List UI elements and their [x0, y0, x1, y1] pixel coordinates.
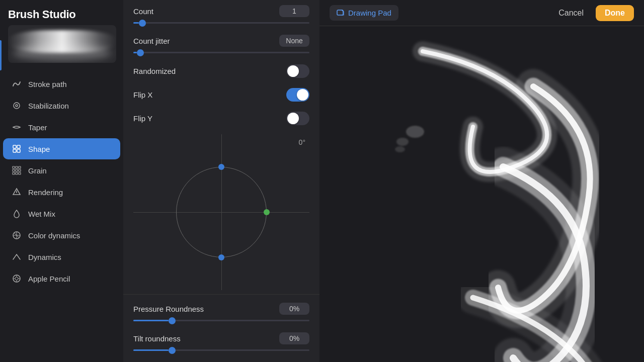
stroke-path-icon — [11, 78, 22, 89]
svg-rect-5 — [17, 149, 20, 152]
pressure-roundness-slider-fill — [133, 320, 169, 321]
svg-rect-2 — [13, 145, 16, 148]
roundness-visualizer: 0° — [133, 134, 309, 290]
brush-preview — [8, 25, 116, 63]
count-jitter-row: Count jitter None — [123, 30, 319, 52]
drawing-canvas[interactable] — [319, 26, 644, 362]
settings-panel: Count 1 Count jitter None Randomized Fli… — [123, 0, 319, 362]
tilt-roundness-label: Tilt roundness — [133, 334, 181, 343]
svg-rect-3 — [17, 145, 20, 148]
svg-rect-6 — [13, 166, 15, 168]
pressure-roundness-slider-track[interactable] — [133, 320, 309, 321]
flip-x-toggle-knob — [297, 89, 308, 101]
sidebar-item-stabilization[interactable]: Stabilization — [3, 95, 120, 116]
sidebar-item-label-stroke-path: Stroke path — [28, 80, 67, 88]
drawing-pad-button[interactable]: Drawing Pad — [330, 5, 398, 21]
color-dynamics-icon — [11, 230, 22, 241]
randomized-toggle-knob — [287, 65, 299, 77]
cancel-button[interactable]: Cancel — [551, 5, 591, 21]
sidebar-header: Brush Studio — [0, 0, 123, 73]
sidebar-item-wet-mix[interactable]: Wet Mix — [3, 203, 120, 224]
sidebar-item-stroke-path[interactable]: Stroke path — [3, 73, 120, 95]
done-button[interactable]: Done — [596, 5, 634, 21]
svg-rect-8 — [19, 166, 21, 168]
flip-y-toggle[interactable] — [286, 112, 309, 125]
flip-y-toggle-knob — [287, 113, 299, 124]
sidebar-item-grain[interactable]: Grain — [3, 160, 120, 181]
pressure-roundness-label: Pressure Roundness — [133, 305, 204, 313]
sidebar-item-label-apple-pencil: Apple Pencil — [28, 275, 70, 283]
viz-right-handle[interactable] — [264, 209, 270, 215]
flip-y-label: Flip Y — [133, 114, 152, 123]
sidebar-item-dynamics[interactable]: Dynamics — [3, 246, 120, 267]
flip-y-row: Flip Y — [123, 107, 319, 130]
count-row: Count 1 — [123, 0, 319, 22]
rendering-icon — [11, 187, 22, 198]
pressure-roundness-slider-row[interactable] — [123, 320, 319, 327]
pressure-roundness-slider-thumb[interactable] — [169, 317, 176, 324]
shape-icon — [11, 143, 22, 154]
sidebar-nav: Stroke path Stabilization Taper — [0, 73, 123, 362]
svg-point-22 — [396, 138, 409, 146]
sidebar-item-shape[interactable]: Shape — [3, 138, 120, 159]
drawing-pad-icon — [337, 9, 345, 17]
tilt-roundness-slider-fill — [133, 349, 169, 351]
count-jitter-slider-thumb[interactable] — [137, 49, 144, 56]
sidebar-item-label-shape: Shape — [28, 145, 50, 153]
sidebar-item-rendering[interactable]: Rendering — [3, 182, 120, 203]
svg-rect-11 — [19, 169, 21, 171]
svg-rect-10 — [16, 169, 18, 171]
tilt-roundness-slider-track[interactable] — [133, 349, 309, 351]
viz-circle — [176, 167, 267, 257]
apple-pencil-icon — [11, 273, 22, 284]
svg-rect-14 — [19, 172, 21, 174]
count-jitter-slider-fill — [133, 52, 137, 53]
flip-x-toggle[interactable] — [286, 88, 309, 102]
grain-icon — [11, 165, 22, 176]
randomized-toggle[interactable] — [286, 64, 309, 78]
stabilization-icon — [11, 100, 22, 111]
sidebar-item-label-dynamics: Dynamics — [28, 253, 61, 261]
top-actions: Cancel Done — [551, 5, 634, 21]
svg-point-19 — [15, 277, 18, 280]
taper-icon — [11, 122, 22, 133]
viz-bottom-handle[interactable] — [218, 254, 224, 260]
main-content: Drawing Pad Cancel Done — [319, 0, 644, 362]
brush-stroke-bottom — [13, 45, 111, 60]
count-slider-thumb[interactable] — [139, 20, 146, 27]
sidebar-item-label-color-dynamics: Color dynamics — [28, 231, 80, 240]
sidebar: Brush Studio Stroke path Stabilization — [0, 0, 123, 362]
tilt-roundness-slider-thumb[interactable] — [169, 347, 176, 354]
count-slider-fill — [133, 22, 139, 24]
viz-top-handle[interactable] — [218, 164, 224, 170]
svg-rect-12 — [13, 172, 15, 174]
drawing-pad-label: Drawing Pad — [348, 9, 391, 17]
count-slider-track[interactable] — [133, 22, 309, 24]
count-label: Count — [133, 7, 153, 16]
svg-rect-13 — [16, 172, 18, 174]
svg-point-0 — [14, 103, 20, 109]
tilt-roundness-slider-row[interactable] — [123, 349, 319, 357]
sidebar-item-label-rendering: Rendering — [28, 188, 63, 197]
count-slider-row[interactable] — [123, 22, 319, 30]
count-jitter-slider-row[interactable] — [123, 52, 319, 59]
randomized-label: Randomized — [133, 67, 176, 75]
sidebar-item-label-stabilization: Stabilization — [28, 102, 69, 110]
sidebar-item-color-dynamics[interactable]: Color dynamics — [3, 225, 120, 246]
sidebar-item-label-wet-mix: Wet Mix — [28, 210, 55, 218]
sidebar-item-taper[interactable]: Taper — [3, 117, 120, 138]
brush-strokes-svg — [319, 26, 644, 362]
svg-point-23 — [395, 146, 405, 152]
viz-angle-label: 0° — [299, 138, 305, 146]
pressure-roundness-value: 0% — [279, 303, 309, 315]
sidebar-item-label-taper: Taper — [28, 123, 47, 132]
count-jitter-slider-track[interactable] — [133, 52, 309, 53]
randomized-row: Randomized — [123, 59, 319, 83]
flip-x-label: Flip X — [133, 90, 152, 99]
divider-1 — [123, 294, 319, 295]
count-jitter-value: None — [279, 35, 309, 47]
top-bar: Drawing Pad Cancel Done — [319, 0, 644, 26]
tilt-roundness-value: 0% — [279, 332, 309, 344]
sidebar-item-apple-pencil[interactable]: Apple Pencil — [3, 268, 120, 289]
count-jitter-label: Count jitter — [133, 37, 170, 45]
